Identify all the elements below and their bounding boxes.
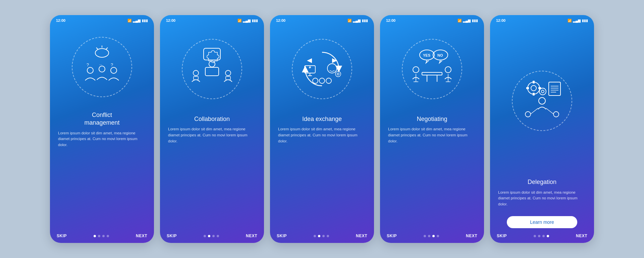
svg-line-56 xyxy=(546,108,554,114)
dot-2-3 xyxy=(217,235,219,237)
dot-2-1 xyxy=(208,235,210,237)
status-icons-1: 📶 ▂▄▆ ▮▮▮ xyxy=(127,19,148,22)
status-bar-5: 12:00 📶 ▂▄▆ ▮▮▮ xyxy=(490,15,594,24)
screen-body-2: Lorem ipsum dolor sit dim amet, mea regi… xyxy=(168,126,256,144)
illustration-4: YES NO xyxy=(380,24,484,111)
status-icons-5: 📶 ▂▄▆ ▮▮▮ xyxy=(568,19,588,22)
svg-point-42 xyxy=(531,85,536,91)
screens-container: 12:00 📶 ▂▄▆ ▮▮▮ xyxy=(50,15,594,243)
svg-rect-45 xyxy=(526,87,529,89)
status-icons-4: 📶 ▂▄▆ ▮▮▮ xyxy=(458,19,478,22)
dot-4-1 xyxy=(428,235,430,237)
svg-point-24 xyxy=(337,73,339,75)
skip-btn-5[interactable]: SKIP xyxy=(497,234,507,238)
svg-text:?: ? xyxy=(87,62,89,67)
screen-title-1: Conflict management xyxy=(58,111,146,127)
screen-body-3: Lorem ipsum dolor sit dim amet, mea regi… xyxy=(278,126,366,144)
text-area-5: Delegation Lorem ipsum dolor sit dim ame… xyxy=(490,174,594,210)
next-btn-3[interactable]: NEXT xyxy=(356,234,367,238)
screen-negotiating: 12:00 📶 ▂▄▆ ▮▮▮ YES xyxy=(380,15,484,243)
signal-icon-4: ▂▄▆ xyxy=(463,19,471,22)
status-bar-2: 12:00 📶 ▂▄▆ ▮▮▮ xyxy=(160,15,264,24)
nav-dots-3 xyxy=(314,235,329,237)
illustration-1: ? ... ? xyxy=(50,24,154,107)
svg-line-3 xyxy=(96,48,98,49)
svg-rect-43 xyxy=(533,81,535,83)
time-2: 12:00 xyxy=(166,18,175,22)
signal-icon-3: ▂▄▆ xyxy=(353,19,361,22)
illustration-2 xyxy=(160,24,264,111)
nav-bar-1: SKIP NEXT xyxy=(50,231,154,243)
screen-conflict: 12:00 📶 ▂▄▆ ▮▮▮ xyxy=(50,15,154,243)
screen-collaboration: 12:00 📶 ▂▄▆ ▮▮▮ xyxy=(160,15,264,243)
screen-body-5: Lorem ipsum dolor sit dim amet, mea regi… xyxy=(498,190,586,207)
svg-line-2 xyxy=(106,48,108,49)
wifi-icon-5: 📶 xyxy=(568,19,572,22)
svg-point-35 xyxy=(413,67,419,73)
battery-icon-3: ▮▮▮ xyxy=(362,19,368,22)
svg-line-55 xyxy=(530,108,538,114)
dot-2-0 xyxy=(204,235,206,237)
skip-btn-2[interactable]: SKIP xyxy=(167,234,177,238)
skip-btn-1[interactable]: SKIP xyxy=(57,234,67,238)
dot-3-0 xyxy=(314,235,316,237)
signal-icon: ▂▄▆ xyxy=(133,19,141,22)
dot-1-3 xyxy=(107,235,109,237)
screen-title-4: Negotiating xyxy=(388,115,476,123)
wifi-icon-2: 📶 xyxy=(237,19,241,22)
next-btn-5[interactable]: NEXT xyxy=(576,234,587,238)
nav-dots-1 xyxy=(94,235,109,237)
status-icons-2: 📶 ▂▄▆ ▮▮▮ xyxy=(237,19,258,22)
dot-3-3 xyxy=(327,235,329,237)
dot-1-0 xyxy=(94,235,96,237)
time-3: 12:00 xyxy=(276,18,285,22)
dot-5-0 xyxy=(534,235,536,237)
svg-text:YES: YES xyxy=(423,53,430,57)
svg-rect-11 xyxy=(205,67,219,76)
learn-more-button[interactable]: Learn more xyxy=(507,216,577,228)
status-bar-3: 12:00 📶 ▂▄▆ ▮▮▮ xyxy=(270,15,374,24)
svg-rect-32 xyxy=(422,72,442,75)
status-icons-3: 📶 ▂▄▆ ▮▮▮ xyxy=(347,19,368,22)
screen-body-1: Lorem ipsum dolor sit dim amet, mea regi… xyxy=(58,130,146,148)
illustration-circle-1: ? ... ? xyxy=(72,37,132,97)
screen-title-2: Collaboration xyxy=(168,115,256,123)
svg-point-12 xyxy=(209,61,215,67)
illustration-circle-4: YES NO xyxy=(402,39,462,99)
time-5: 12:00 xyxy=(496,18,505,22)
next-btn-4[interactable]: NEXT xyxy=(466,234,477,238)
svg-point-36 xyxy=(445,67,451,73)
svg-point-5 xyxy=(99,66,105,72)
status-bar-4: 12:00 📶 ▂▄▆ ▮▮▮ xyxy=(380,15,484,24)
svg-marker-18 xyxy=(332,58,337,63)
svg-point-27 xyxy=(326,78,331,83)
svg-rect-16 xyxy=(226,76,230,80)
dot-2-2 xyxy=(212,235,215,237)
skip-btn-4[interactable]: SKIP xyxy=(387,234,397,238)
svg-rect-49 xyxy=(549,82,560,95)
wifi-icon: 📶 xyxy=(127,19,131,22)
dot-4-2 xyxy=(432,235,435,237)
text-area-3: Idea exchange Lorem ipsum dolor sit dim … xyxy=(270,111,374,147)
nav-bar-5: SKIP NEXT xyxy=(490,231,594,243)
svg-point-22 xyxy=(327,64,337,73)
nav-bar-3: SKIP NEXT xyxy=(270,231,374,243)
svg-point-47 xyxy=(539,88,546,95)
skip-btn-3[interactable]: SKIP xyxy=(277,234,287,238)
svg-rect-14 xyxy=(194,76,198,80)
svg-point-58 xyxy=(553,112,559,117)
dot-5-2 xyxy=(542,235,545,237)
svg-text:?: ? xyxy=(111,62,113,67)
screen-body-4: Lorem ipsum dolor sit dim amet, mea regi… xyxy=(388,126,476,144)
time-1: 12:00 xyxy=(56,18,65,22)
next-btn-1[interactable]: NEXT xyxy=(136,234,147,238)
signal-icon-2: ▂▄▆ xyxy=(243,19,251,22)
status-bar-1: 12:00 📶 ▂▄▆ ▮▮▮ xyxy=(50,15,154,24)
dot-3-2 xyxy=(322,235,325,237)
nav-bar-2: SKIP NEXT xyxy=(160,231,264,243)
text-area-4: Negotiating Lorem ipsum dolor sit dim am… xyxy=(380,111,484,147)
screen-delegation: 12:00 📶 ▂▄▆ ▮▮▮ xyxy=(490,15,594,243)
svg-point-13 xyxy=(193,70,199,76)
wifi-icon-4: 📶 xyxy=(458,19,462,22)
next-btn-2[interactable]: NEXT xyxy=(246,234,257,238)
